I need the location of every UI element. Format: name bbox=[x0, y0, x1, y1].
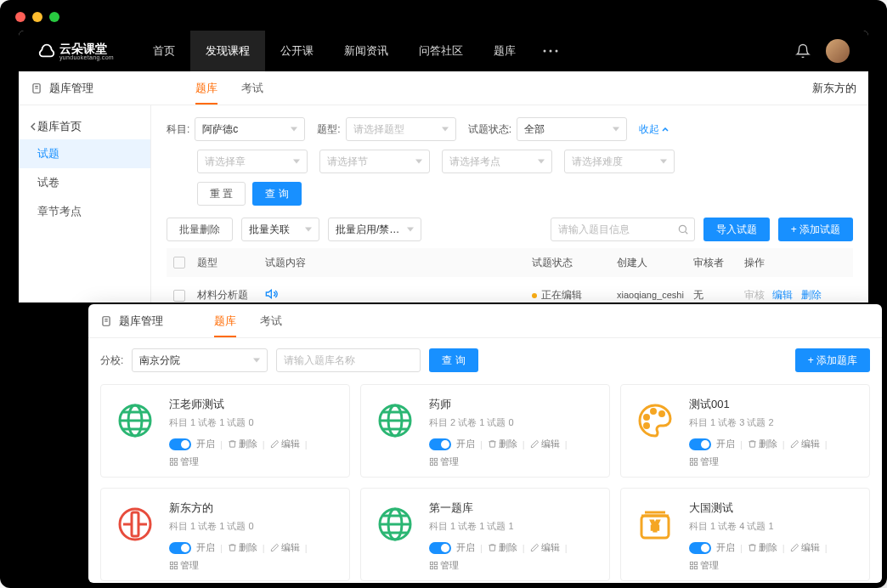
sidebar-item[interactable]: 章节考点 bbox=[19, 197, 150, 226]
bell-icon[interactable] bbox=[795, 43, 811, 59]
enable-toggle[interactable] bbox=[169, 542, 191, 554]
logo-subtext: yunduoketang.com bbox=[59, 54, 114, 60]
delete-button[interactable]: 删除 bbox=[748, 541, 777, 554]
manage-button[interactable]: 管理 bbox=[429, 455, 459, 468]
traffic-light-max[interactable] bbox=[49, 12, 59, 22]
edit-button[interactable]: 编辑 bbox=[270, 541, 300, 554]
sidebar-item[interactable]: 试题 bbox=[19, 139, 150, 168]
add-library-button[interactable]: + 添加题库 bbox=[795, 348, 870, 372]
manage-button[interactable]: 管理 bbox=[689, 455, 719, 468]
enable-label: 开启 bbox=[716, 541, 735, 554]
subject-label: 科目: bbox=[167, 122, 189, 137]
page-title: 题库管理 bbox=[49, 81, 93, 96]
card-title: 药师 bbox=[429, 397, 599, 412]
library-name-input[interactable]: 请输入题库名称 bbox=[276, 348, 421, 372]
delete-button[interactable]: 删除 bbox=[488, 438, 517, 450]
card-title: 第一题库 bbox=[429, 500, 599, 516]
reset-button[interactable]: 重 置 bbox=[197, 182, 246, 206]
nav-more-icon[interactable] bbox=[531, 49, 570, 53]
delete-button[interactable]: 删除 bbox=[228, 541, 257, 554]
search-button[interactable]: 查 询 bbox=[429, 348, 477, 372]
edit-button[interactable]: 编辑 bbox=[270, 438, 300, 450]
tab-题库[interactable]: 题库 bbox=[195, 71, 218, 105]
edit-button[interactable]: 编辑 bbox=[790, 438, 820, 450]
tab-题库[interactable]: 题库 bbox=[214, 304, 236, 337]
svg-rect-52 bbox=[430, 566, 432, 568]
section-select[interactable]: 请选择节 bbox=[319, 150, 430, 173]
nav-item[interactable]: 首页 bbox=[138, 31, 190, 71]
enable-toggle[interactable] bbox=[689, 438, 711, 450]
svg-rect-26 bbox=[434, 458, 437, 461]
card-icon bbox=[371, 500, 419, 548]
manage-button[interactable]: 管理 bbox=[689, 559, 719, 572]
card-meta: 科目 1 试卷 1 试题 0 bbox=[169, 520, 339, 533]
row-edit-link[interactable]: 编辑 bbox=[772, 289, 793, 301]
select-all-checkbox[interactable] bbox=[173, 257, 185, 269]
card-title: 大国测试 bbox=[689, 500, 859, 516]
manage-button[interactable]: 管理 bbox=[169, 559, 199, 572]
difficulty-select[interactable]: 请选择难度 bbox=[564, 150, 675, 173]
school-select[interactable]: 南京分院 bbox=[132, 348, 268, 372]
nav-item[interactable]: 题库 bbox=[478, 31, 531, 71]
enable-toggle[interactable] bbox=[689, 542, 711, 554]
doc-icon bbox=[100, 315, 112, 327]
card-icon: ¥ bbox=[631, 500, 679, 548]
svg-rect-43 bbox=[170, 566, 172, 568]
enable-toggle[interactable] bbox=[429, 438, 451, 450]
status-select[interactable]: 全部 bbox=[517, 117, 627, 141]
col-reviewer: 审核者 bbox=[693, 256, 744, 270]
svg-point-29 bbox=[645, 416, 649, 420]
nav-item[interactable]: 发现课程 bbox=[190, 31, 265, 71]
nav-item[interactable]: 问答社区 bbox=[404, 31, 478, 71]
sidebar-item[interactable]: 试卷 bbox=[19, 168, 150, 197]
card-title: 新东方的 bbox=[169, 500, 339, 516]
library-card: 第一题库科目 1 试卷 1 试题 1开启| 删除| 编辑| 管理 bbox=[360, 488, 610, 581]
delete-button[interactable]: 删除 bbox=[228, 438, 257, 450]
table-header: 题型 试题内容 试题状态 创建人 审核者 操作 bbox=[167, 248, 853, 277]
import-button[interactable]: 导入试题 bbox=[703, 218, 770, 241]
delete-button[interactable]: 删除 bbox=[488, 541, 517, 554]
breadcrumb[interactable]: 题库首页 bbox=[19, 114, 150, 139]
manage-button[interactable]: 管理 bbox=[169, 455, 199, 468]
svg-rect-38 bbox=[132, 512, 138, 536]
card-meta: 科目 1 试卷 3 试题 2 bbox=[689, 416, 859, 429]
row-review-link[interactable]: 审核 bbox=[744, 289, 765, 301]
edit-button[interactable]: 编辑 bbox=[530, 438, 560, 450]
row-status: 正在编辑 bbox=[532, 288, 617, 302]
subject-select[interactable]: 阿萨德c bbox=[195, 117, 305, 141]
svg-rect-42 bbox=[174, 562, 177, 564]
edit-button[interactable]: 编辑 bbox=[790, 541, 820, 554]
tab-考试[interactable]: 考试 bbox=[241, 71, 263, 105]
svg-rect-34 bbox=[694, 458, 697, 461]
nav-item[interactable]: 公开课 bbox=[265, 31, 329, 71]
chapter-select[interactable]: 请选择章 bbox=[197, 150, 308, 173]
edit-button[interactable]: 编辑 bbox=[530, 541, 560, 554]
add-question-button[interactable]: + 添加试题 bbox=[778, 218, 853, 241]
tab-考试[interactable]: 考试 bbox=[260, 304, 282, 337]
audio-icon[interactable] bbox=[265, 287, 279, 301]
nav-list: 首页发现课程公开课新闻资讯问答社区题库 bbox=[138, 31, 531, 71]
logo[interactable]: 云朵课堂 yunduoketang.com bbox=[37, 42, 114, 60]
col-creator: 创建人 bbox=[617, 256, 693, 270]
card-title: 测试001 bbox=[689, 397, 859, 412]
batch-toggle-select[interactable]: 批量启用/禁… bbox=[328, 218, 421, 241]
enable-toggle[interactable] bbox=[429, 542, 451, 554]
manage-button[interactable]: 管理 bbox=[429, 559, 459, 572]
enable-toggle[interactable] bbox=[169, 438, 191, 450]
search-button[interactable]: 查 询 bbox=[252, 182, 301, 206]
nav-item[interactable]: 新闻资讯 bbox=[329, 31, 404, 71]
row-delete-link[interactable]: 删除 bbox=[801, 289, 822, 301]
batch-relate-select[interactable]: 批量关联 bbox=[241, 218, 319, 241]
collapse-toggle[interactable]: 收起 bbox=[639, 122, 669, 137]
card-icon bbox=[111, 500, 159, 548]
point-select[interactable]: 请选择考点 bbox=[442, 150, 552, 173]
batch-delete-button[interactable]: 批量删除 bbox=[167, 218, 233, 241]
traffic-light-min[interactable] bbox=[32, 12, 42, 22]
delete-button[interactable]: 删除 bbox=[748, 438, 777, 450]
avatar[interactable] bbox=[826, 39, 850, 63]
search-input[interactable]: 请输入题目信息 bbox=[551, 218, 695, 241]
svg-rect-53 bbox=[434, 566, 437, 568]
row-checkbox[interactable] bbox=[173, 290, 185, 302]
traffic-light-close[interactable] bbox=[15, 12, 25, 22]
type-select[interactable]: 请选择题型 bbox=[346, 117, 456, 141]
